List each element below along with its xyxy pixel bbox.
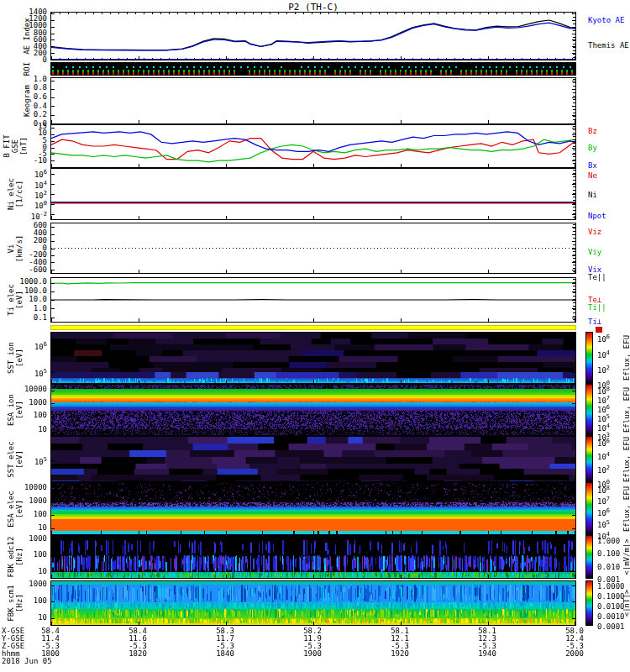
sst_ion-colorbar-tick: 102 <box>597 365 610 375</box>
esa_ion-ytick-label: 10 <box>0 426 47 433</box>
x-tick <box>226 164 227 167</box>
fbk_edc-colorbar <box>585 535 593 579</box>
y-tick <box>51 249 55 249</box>
x-tick <box>139 216 139 219</box>
x-tick <box>313 432 314 435</box>
x-tick <box>226 575 227 578</box>
panel-roi <box>50 62 576 76</box>
x-tick <box>226 270 227 273</box>
y-tick <box>51 255 55 256</box>
panel-fbk-scm <box>50 580 576 626</box>
sst_elec-colorbar-unit: Eflux, EFU <box>622 436 630 481</box>
y-tick <box>51 540 55 541</box>
y-tick <box>51 391 55 391</box>
esa_ion-colorbar-unit: Eflux, EFU <box>622 387 630 433</box>
y-tick <box>51 53 55 54</box>
x-tick <box>575 575 575 578</box>
y-tick <box>51 34 55 34</box>
time-ticks-value: 1900 <box>293 649 332 658</box>
x-tick <box>51 575 52 578</box>
x-tick <box>401 575 402 578</box>
x-tick <box>401 164 402 167</box>
x-tick <box>401 216 402 219</box>
y-tick <box>572 502 575 503</box>
x-tick <box>313 270 314 273</box>
y-tick <box>572 154 575 155</box>
y-tick <box>572 81 575 81</box>
time-ticks-value: 1820 <box>118 649 157 658</box>
x-tick <box>51 478 52 481</box>
y-tick <box>572 515 575 516</box>
ae-legend-themisae: Themis AE <box>588 41 629 50</box>
fbk-scm-spectrogram <box>51 581 575 625</box>
y-tick <box>51 241 55 242</box>
fbk_edc-colorbar-tick: 1.000 <box>597 537 620 545</box>
fbk_scm-colorbar-unit: <|nT|> <box>622 590 630 617</box>
y-tick <box>572 255 575 256</box>
bfit-axis-title: B FIT GSE [nT] <box>3 134 28 157</box>
y-tick <box>51 403 55 404</box>
y-tick <box>572 184 575 185</box>
esa_elec-colorbar-tick: 108 <box>597 485 610 495</box>
x-tick <box>488 120 489 123</box>
fbk_scm-colorbar-tick: 1.0000 <box>597 582 625 591</box>
x-tick <box>488 164 489 167</box>
y-tick <box>572 46 575 47</box>
x-tick <box>313 216 314 219</box>
themis-summary-plot: P2 (TH-C) X-GSEY-GSEZ-GSEhhmm58.458.458.… <box>0 0 630 672</box>
y-tick <box>51 502 55 503</box>
x-tick <box>401 270 402 273</box>
y-tick <box>51 416 55 417</box>
y-tick <box>572 115 575 116</box>
ti-legend-ti: Ti|| <box>588 303 606 312</box>
y-tick <box>51 318 55 318</box>
y-tick <box>572 227 575 228</box>
y-tick <box>572 234 575 235</box>
fbk_edc-colorbar-tick: 0.010 <box>597 563 620 571</box>
x-tick <box>488 531 489 534</box>
x-tick <box>401 120 402 123</box>
y-tick <box>572 60 575 60</box>
panel-bfit <box>50 124 576 168</box>
x-tick <box>139 270 139 273</box>
date-label: 2018 Jun 05 <box>2 657 52 665</box>
vi-ytick-label: -600 <box>0 266 47 274</box>
y-tick <box>572 489 575 490</box>
x-tick <box>313 575 314 578</box>
x-tick <box>51 380 52 383</box>
y-tick <box>572 141 575 142</box>
x-tick <box>139 478 139 481</box>
ae-lines <box>51 13 575 60</box>
y-minor-ticks <box>573 79 575 123</box>
x-tick <box>401 71 402 75</box>
ni-axis-title: Ni elec [1/cc] <box>7 178 24 210</box>
sst_elec-colorbar-tick: 102 <box>597 465 610 475</box>
y-tick <box>51 39 55 40</box>
fbk_scm-colorbar-tick: 0.1000 <box>597 592 625 601</box>
x-tick <box>139 318 139 322</box>
ae-legend-kyotoae: Kyoto AE <box>588 16 624 24</box>
y-tick <box>51 515 55 516</box>
esa_elec-colorbar-tick: 107 <box>597 496 610 506</box>
sst_ion-colorbar-unit: Eflux, EFU <box>622 335 630 381</box>
esa_ion-ytick-label: 10000 <box>0 386 47 393</box>
esa_ion-axis-title: ESA ion [eV] <box>7 394 24 426</box>
x-tick <box>226 478 227 481</box>
vi-lines <box>51 223 575 273</box>
bfit-legend-bx: Bx <box>588 161 597 170</box>
y-tick <box>51 528 55 529</box>
ti-axis-title: Ti elec [eV] <box>7 284 24 316</box>
y-tick <box>51 97 55 98</box>
y-tick <box>572 618 575 619</box>
panel-sst-ion <box>50 332 576 384</box>
x-tick <box>51 318 52 322</box>
y-tick <box>51 300 55 301</box>
x-minor-ticks <box>51 13 575 14</box>
y-tick <box>572 585 575 586</box>
y-tick <box>572 27 575 28</box>
x-tick <box>575 531 575 534</box>
sst_elec-colorbar-tick: 106 <box>597 438 610 448</box>
y-tick <box>572 249 575 249</box>
x-tick <box>401 531 402 534</box>
x-tick <box>226 120 227 123</box>
